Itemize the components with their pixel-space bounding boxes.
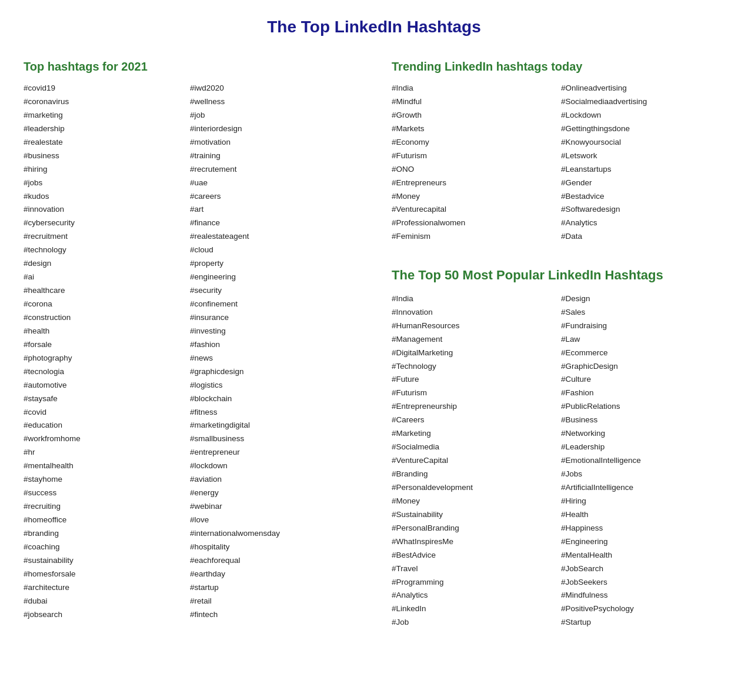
trending-heading: Trending LinkedIn hashtags today	[392, 60, 724, 74]
list-item: #fashion	[190, 338, 350, 352]
list-item: #Marketing	[392, 427, 555, 441]
list-item: #Data	[561, 230, 724, 244]
list-item: #smallbusiness	[190, 432, 350, 446]
list-item: #design	[24, 257, 184, 271]
list-item: #healthcare	[24, 284, 184, 298]
list-item: #India	[392, 82, 555, 95]
list-item: #kudos	[24, 190, 184, 204]
list-item: #India	[392, 292, 555, 306]
list-item: #retail	[190, 595, 350, 608]
list-item: #Business	[561, 414, 724, 427]
list-item: #Networking	[561, 427, 724, 441]
list-item: #Leadership	[561, 441, 724, 454]
list-item: #PublicRelations	[561, 400, 724, 414]
top50-heading: The Top 50 Most Popular LinkedIn Hashtag…	[392, 267, 724, 284]
list-item: #Hiring	[561, 495, 724, 508]
list-item: #confinement	[190, 298, 350, 311]
list-item: #tecnologia	[24, 365, 184, 379]
list-item: #architecture	[24, 581, 184, 595]
list-item: #WhatInspiresMe	[392, 535, 555, 549]
right-section: Trending LinkedIn hashtags today #India#…	[386, 60, 724, 629]
list-item: #Sustainability	[392, 508, 555, 522]
list-item: #lockdown	[190, 459, 350, 473]
list-item: #Technology	[392, 360, 555, 374]
trending-col1: #India#Mindful#Growth#Markets#Economy#Fu…	[392, 82, 555, 244]
list-item: #Futurism	[392, 386, 555, 400]
list-item: #Gender	[561, 176, 724, 190]
list-item: #Management	[392, 333, 555, 346]
list-item: #education	[24, 419, 184, 432]
list-item: #security	[190, 284, 350, 298]
top50-col1: #India#Innovation#HumanResources#Managem…	[392, 292, 555, 629]
main-grid: Top hashtags for 2021 #covid19#coronavir…	[24, 60, 724, 629]
list-item: #ai	[24, 271, 184, 284]
list-item: #Economy	[392, 136, 555, 149]
list-item: #staysafe	[24, 392, 184, 406]
trending-section: Trending LinkedIn hashtags today #India#…	[392, 60, 724, 244]
list-item: #BestAdvice	[392, 549, 555, 562]
list-item: #recruitment	[24, 230, 184, 244]
list-item: #realestateagent	[190, 230, 350, 244]
top50-section: The Top 50 Most Popular LinkedIn Hashtag…	[392, 267, 724, 629]
list-item: #energy	[190, 486, 350, 500]
list-item: #stayhome	[24, 473, 184, 486]
list-item: #Growth	[392, 109, 555, 122]
list-item: #Entrepreneurship	[392, 400, 555, 414]
list-item: #Letswork	[561, 149, 724, 163]
list-item: #HumanResources	[392, 319, 555, 333]
list-item: #Culture	[561, 373, 724, 386]
list-item: #earthday	[190, 568, 350, 581]
list-item: #Sales	[561, 306, 724, 319]
list-item: #ONO	[392, 163, 555, 176]
list-item: #Job	[392, 616, 555, 629]
top2021-section: Top hashtags for 2021 #covid19#coronavir…	[24, 60, 362, 629]
list-item: #GraphicDesign	[561, 360, 724, 374]
list-item: #homesforsale	[24, 568, 184, 581]
trending-col2: #Onlineadvertising#Socialmediaadvertisin…	[561, 82, 724, 244]
list-item: #logistics	[190, 379, 350, 392]
list-item: #Mindfulness	[561, 589, 724, 602]
list-item: #branding	[24, 527, 184, 541]
list-item: #Health	[561, 508, 724, 522]
list-item: #VentureCapital	[392, 454, 555, 468]
list-item: #Lockdown	[561, 109, 724, 122]
list-item: #investing	[190, 325, 350, 338]
list-item: #Future	[392, 373, 555, 386]
list-item: #Travel	[392, 562, 555, 576]
top50-columns: #India#Innovation#HumanResources#Managem…	[392, 292, 724, 629]
list-item: #Socialmediaadvertising	[561, 95, 724, 109]
list-item: #insurance	[190, 311, 350, 325]
list-item: #Money	[392, 495, 555, 508]
list-item: #Onlineadvertising	[561, 82, 724, 95]
list-item: #MentalHealth	[561, 549, 724, 562]
list-item: #Law	[561, 333, 724, 346]
list-item: #covid19	[24, 82, 184, 95]
list-item: #EmotionalIntelligence	[561, 454, 724, 468]
list-item: #DigitalMarketing	[392, 346, 555, 360]
list-item: #photography	[24, 352, 184, 365]
list-item: #JobSeekers	[561, 576, 724, 589]
list-item: #Analytics	[561, 216, 724, 230]
list-item: #Jobs	[561, 468, 724, 481]
list-item: #webinar	[190, 500, 350, 514]
list-item: #JobSearch	[561, 562, 724, 576]
list-item: #wellness	[190, 95, 350, 109]
list-item: #finance	[190, 216, 350, 230]
list-item: #hiring	[24, 163, 184, 176]
list-item: #jobsearch	[24, 608, 184, 622]
list-item: #careers	[190, 190, 350, 204]
list-item: #sustainability	[24, 554, 184, 568]
list-item: #leadership	[24, 122, 184, 136]
list-item: #Happiness	[561, 522, 724, 535]
list-item: #Leanstartups	[561, 163, 724, 176]
top2021-heading: Top hashtags for 2021	[24, 60, 350, 74]
list-item: #forsale	[24, 338, 184, 352]
list-item: #ArtificialIntelligence	[561, 481, 724, 495]
list-item: #cybersecurity	[24, 216, 184, 230]
list-item: #marketing	[24, 109, 184, 122]
list-item: #Entrepreneurs	[392, 176, 555, 190]
list-item: #Branding	[392, 468, 555, 481]
list-item: #startup	[190, 581, 350, 595]
list-item: #fintech	[190, 608, 350, 622]
list-item: #motivation	[190, 136, 350, 149]
